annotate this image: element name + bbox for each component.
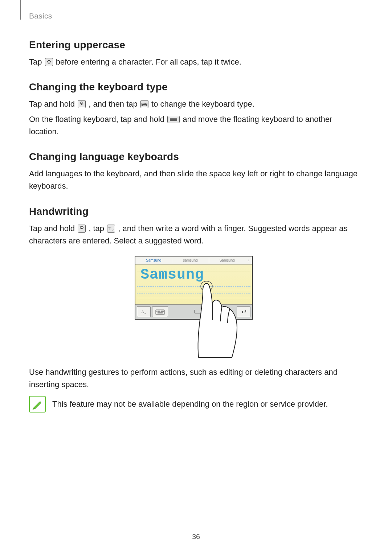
text-fragment: Tap and hold xyxy=(29,99,77,108)
heading-handwriting: Handwriting xyxy=(29,206,363,217)
svg-rect-18 xyxy=(162,311,164,312)
handwriting-mode-key: A xyxy=(137,306,151,317)
shift-icon xyxy=(45,58,53,66)
heading-changing-language-keyboards: Changing language keyboards xyxy=(29,151,363,163)
svg-rect-6 xyxy=(143,105,146,106)
paragraph-handwriting-2: Use handwriting gestures to perform acti… xyxy=(29,366,363,391)
grip-icon xyxy=(167,116,180,123)
page-content: Entering uppercase Tap before entering a… xyxy=(29,39,363,413)
gear-icon xyxy=(78,100,86,108)
suggestion-bar: Samsung samsung Samsuhg › xyxy=(135,257,252,264)
paragraph-language: Add languages to the keyboard, and then … xyxy=(29,168,363,192)
gear-icon xyxy=(78,225,86,233)
text-fragment: Tap and hold xyxy=(29,224,77,233)
header-rule xyxy=(20,0,21,20)
text-fragment: On the floating keyboard, tap and hold xyxy=(29,115,167,124)
chevron-right-icon: › xyxy=(245,258,252,262)
suggestion-item: samsung xyxy=(172,258,208,262)
svg-rect-13 xyxy=(156,310,164,315)
paragraph-kbtype-2: On the floating keyboard, tap and hold a… xyxy=(29,113,363,138)
heading-entering-uppercase: Entering uppercase xyxy=(29,39,363,51)
text-fragment: to change the keyboard type. xyxy=(151,99,254,108)
text-fragment: , and then tap xyxy=(89,99,140,108)
svg-rect-15 xyxy=(158,311,159,312)
svg-rect-2 xyxy=(142,103,143,104)
suggestion-item: Samsuhg xyxy=(209,258,245,262)
note-callout: This feature may not be available depend… xyxy=(29,396,363,413)
svg-text:T: T xyxy=(109,226,111,231)
note-pen-icon xyxy=(29,396,46,413)
running-header: Basics xyxy=(29,12,52,20)
svg-rect-16 xyxy=(159,311,160,312)
page-number: 36 xyxy=(0,533,392,541)
svg-rect-1 xyxy=(142,103,147,106)
heading-changing-keyboard-type: Changing the keyboard type xyxy=(29,81,363,93)
paragraph-uppercase: Tap before entering a character. For all… xyxy=(29,56,363,68)
svg-rect-14 xyxy=(156,311,158,312)
svg-rect-4 xyxy=(144,103,145,104)
svg-rect-5 xyxy=(146,103,147,104)
svg-rect-3 xyxy=(143,103,144,104)
text-t-icon: T xyxy=(107,225,115,233)
hand-illustration-icon xyxy=(166,275,257,359)
paragraph-kbtype-1: Tap and hold , and then tap to change th… xyxy=(29,98,363,110)
svg-rect-17 xyxy=(161,311,162,312)
suggestion-selected: Samsung xyxy=(135,258,172,262)
note-text: This feature may not be available depend… xyxy=(52,398,328,410)
text-fragment: , tap xyxy=(89,224,106,233)
svg-rect-19 xyxy=(158,312,163,313)
text-fragment: Tap xyxy=(29,57,44,66)
document-page: Basics Entering uppercase Tap before ent… xyxy=(0,0,392,554)
text-fragment: before entering a character. For all cap… xyxy=(56,57,241,66)
paragraph-handwriting-1: Tap and hold , tap T , and then write a … xyxy=(29,222,363,247)
svg-text:A: A xyxy=(141,309,144,314)
handwriting-illustration: Samsung samsung Samsuhg › Samsung xyxy=(29,256,363,357)
keyboard-icon xyxy=(140,100,148,108)
